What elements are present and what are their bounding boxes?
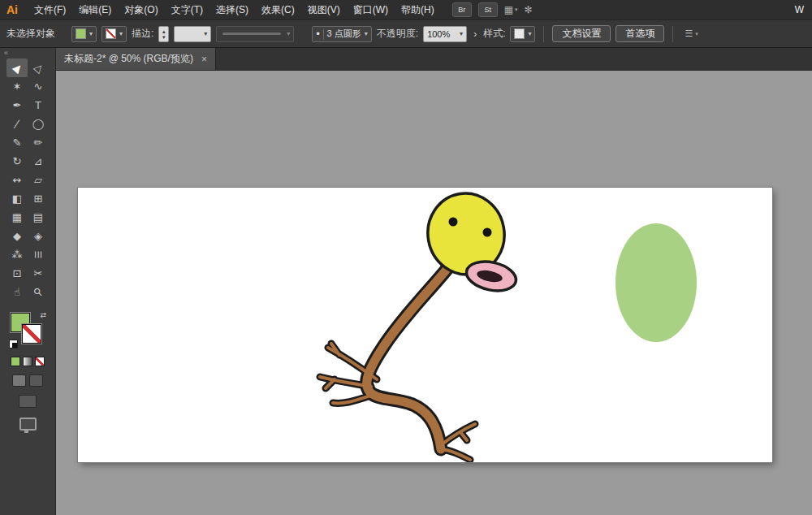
stock-button[interactable]: St (478, 2, 498, 17)
stroke-weight-dropdown[interactable]: ▾ (174, 26, 211, 42)
divider (543, 26, 544, 42)
stroke-weight-stepper[interactable]: ▴ ▾ (158, 26, 169, 42)
window-edge-label: W (795, 4, 806, 15)
scale-tool[interactable]: ⊿ (28, 152, 49, 171)
menu-window[interactable]: 窗口(W) (347, 3, 395, 17)
zoom-tool[interactable]: ⚲ (28, 283, 49, 301)
stroke-color-dropdown[interactable]: ▾ (102, 26, 127, 42)
arrange-documents-icon: ▦ (504, 4, 513, 15)
fill-color-dropdown[interactable]: ▾ (71, 26, 97, 42)
menu-object[interactable]: 对象(O) (118, 3, 164, 17)
stepper-down-icon[interactable]: ▾ (162, 34, 166, 40)
lasso-tool[interactable]: ∿ (28, 77, 49, 96)
style-dropdown[interactable]: ▾ (510, 26, 535, 42)
chevron-down-icon: ▾ (119, 30, 123, 37)
line-segment-icon: ∕ (16, 118, 19, 130)
line-segment-tool[interactable]: ∕ (6, 115, 28, 133)
bridge-button[interactable]: Br (452, 2, 472, 17)
green-ellipse-shape[interactable] (615, 223, 697, 342)
direct-selection-tool[interactable]: ▷ (28, 58, 49, 77)
magic-wand-tool[interactable]: ✶ (6, 77, 28, 96)
column-graph-tool[interactable]: ☰ (28, 245, 49, 264)
menu-file[interactable]: 文件(F) (28, 3, 72, 17)
divider (323, 28, 324, 40)
screen-mode-button[interactable] (19, 395, 37, 408)
menu-type[interactable]: 文字(T) (165, 3, 209, 17)
plant-character[interactable] (320, 188, 519, 460)
rotate-tool[interactable]: ↻ (6, 152, 28, 171)
chevron-down-icon: ▾ (204, 30, 207, 37)
gradient-mode-chip[interactable] (23, 357, 32, 366)
toolbar-collapse-icon[interactable]: « (0, 48, 55, 58)
hand-tool[interactable]: ☝ (6, 283, 28, 301)
chevron-down-icon: ▾ (515, 6, 518, 13)
swirl-icon[interactable]: ✻ (525, 4, 533, 15)
artboard[interactable] (78, 188, 772, 462)
brush-definition-dropdown[interactable]: • 3 点圆形 ▾ (312, 26, 371, 42)
chevron-down-icon: ▾ (528, 30, 531, 37)
type-icon: T (35, 100, 41, 110)
document-tab[interactable]: 未标题-2* @ 50% (RGB/预览) × (56, 48, 216, 70)
opacity-value: 100% (427, 29, 450, 39)
hand-icon: ☝ (14, 287, 20, 297)
shape-builder-tool[interactable]: ◧ (6, 189, 28, 208)
menu-effect[interactable]: 效果(C) (255, 3, 301, 17)
align-panel-button[interactable]: ☰ ▾ (685, 28, 698, 39)
eyedropper-tool[interactable]: ◆ (6, 227, 28, 245)
menu-help[interactable]: 帮助(H) (395, 3, 441, 17)
zoom-icon: ⚲ (32, 286, 45, 299)
menu-select[interactable]: 选择(S) (209, 3, 255, 17)
gradient-tool[interactable]: ▤ (28, 208, 49, 227)
swap-colors-icon[interactable]: ⇄ (40, 311, 46, 319)
blend-icon: ◈ (34, 231, 42, 241)
width-profile-preview (222, 32, 281, 35)
control-bar: 未选择对象 ▾ ▾ 描边: ▴ ▾ ▾ ▾ • 3 点圆形 ▾ 不透明度: (0, 20, 812, 48)
blend-tool[interactable]: ◈ (28, 227, 49, 245)
canvas[interactable] (56, 71, 812, 515)
main-area: « ▶▷✶∿✒T∕◯✎✏↻⊿↭▱◧⊞▦▤◆◈⁂☰⊡✂☝⚲ ⇄ (0, 48, 812, 515)
menu-edit[interactable]: 编辑(E) (72, 3, 118, 17)
width-tool[interactable]: ↭ (6, 171, 28, 189)
color-mode-chip[interactable] (11, 357, 20, 366)
pencil-tool[interactable]: ✏ (28, 133, 49, 152)
pen-tool[interactable]: ✒ (6, 96, 28, 115)
free-transform-tool[interactable]: ▱ (28, 171, 49, 189)
pencil-icon: ✏ (34, 137, 43, 148)
arrange-documents-button[interactable]: ▦▾ (504, 4, 518, 15)
width-profile-dropdown[interactable]: ▾ (216, 26, 294, 42)
type-tool[interactable]: T (28, 96, 49, 115)
chevron-down-icon: ▾ (89, 30, 93, 37)
paintbrush-tool[interactable]: ✎ (6, 133, 28, 152)
free-transform-icon: ▱ (34, 175, 42, 185)
preferences-button[interactable]: 首选项 (615, 25, 664, 42)
brush-name: 3 点圆形 (327, 28, 361, 40)
opacity-input[interactable]: 100% ▾ (423, 26, 467, 42)
stroke-color-box[interactable] (22, 324, 41, 344)
stepper-up-icon[interactable]: ▴ (162, 28, 166, 34)
monitor-icon[interactable] (19, 418, 37, 431)
fill-swatch (76, 28, 86, 39)
perspective-grid-tool[interactable]: ⊞ (28, 189, 49, 208)
default-colors-icon[interactable] (9, 340, 18, 348)
selection-tool[interactable]: ▶ (6, 58, 28, 77)
close-icon[interactable]: × (201, 54, 207, 65)
menu-view[interactable]: 视图(V) (301, 3, 347, 17)
none-mode-chip[interactable] (35, 357, 45, 366)
symbol-sprayer-icon: ⁂ (12, 249, 23, 260)
opacity-panel-arrow[interactable]: › (473, 28, 477, 40)
draw-behind-button[interactable] (29, 374, 43, 387)
artboard-tool[interactable]: ⊡ (6, 264, 28, 283)
document-setup-button[interactable]: 文档设置 (552, 25, 611, 42)
document-area: 未标题-2* @ 50% (RGB/预览) × (56, 48, 812, 515)
paintbrush-icon: ✎ (13, 137, 22, 148)
direct-selection-icon: ▷ (32, 61, 45, 74)
symbol-sprayer-tool[interactable]: ⁂ (6, 245, 28, 264)
mesh-tool[interactable]: ▦ (6, 208, 28, 227)
ellipse-icon: ◯ (32, 119, 45, 129)
ellipse-tool[interactable]: ◯ (28, 115, 49, 133)
magic-wand-icon: ✶ (13, 81, 22, 92)
draw-normal-button[interactable] (12, 374, 26, 387)
selection-status: 未选择对象 (6, 27, 55, 41)
slice-tool[interactable]: ✂ (28, 264, 49, 283)
scale-icon: ⊿ (34, 156, 43, 167)
